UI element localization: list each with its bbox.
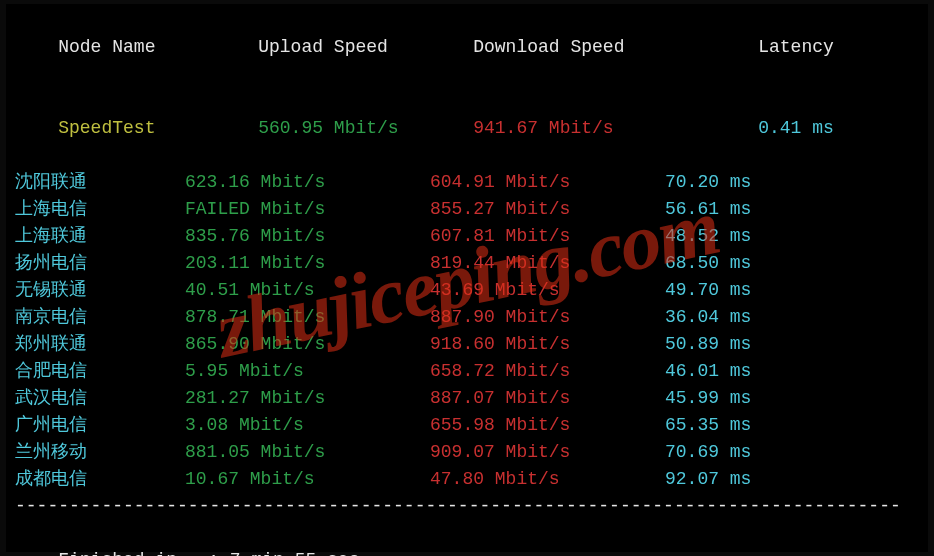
table-row: 成都电信10.67 Mbit/s47.80 Mbit/s92.07 ms: [15, 466, 919, 493]
finished-colon: :: [208, 550, 230, 556]
header-upload: Upload Speed: [228, 34, 473, 61]
upload-cell: 878.71 Mbit/s: [185, 304, 430, 331]
table-row: 无锡联通40.51 Mbit/s43.69 Mbit/s49.70 ms: [15, 277, 919, 304]
upload-cell: 881.05 Mbit/s: [185, 439, 430, 466]
latency-cell: 65.35 ms: [665, 412, 845, 439]
node-cell: 成都电信: [15, 466, 185, 493]
download-cell: 655.98 Mbit/s: [430, 412, 665, 439]
table-row: 合肥电信5.95 Mbit/s658.72 Mbit/s46.01 ms: [15, 358, 919, 385]
node-cell: 合肥电信: [15, 358, 185, 385]
speedtest-row: SpeedTest560.95 Mbit/s941.67 Mbit/s0.41 …: [15, 88, 919, 169]
node-cell: 广州电信: [15, 412, 185, 439]
terminal-window: Node NameUpload SpeedDownload SpeedLaten…: [6, 4, 928, 552]
table-row: 兰州移动881.05 Mbit/s909.07 Mbit/s70.69 ms: [15, 439, 919, 466]
node-cell: 上海电信: [15, 196, 185, 223]
header-download: Download Speed: [473, 34, 708, 61]
divider: ----------------------------------------…: [15, 493, 919, 520]
latency-cell: 56.61 ms: [665, 196, 845, 223]
node-cell: 兰州移动: [15, 439, 185, 466]
finished-label: Finished in: [58, 547, 208, 556]
download-cell: 918.60 Mbit/s: [430, 331, 665, 358]
upload-cell: 3.08 Mbit/s: [185, 412, 430, 439]
latency-cell: 49.70 ms: [665, 277, 845, 304]
table-row: 南京电信878.71 Mbit/s887.90 Mbit/s36.04 ms: [15, 304, 919, 331]
latency-cell: 92.07 ms: [665, 466, 845, 493]
finished-line: Finished in: 7 min 55 sec: [15, 520, 919, 556]
upload-cell: 203.11 Mbit/s: [185, 250, 430, 277]
download-cell: 855.27 Mbit/s: [430, 196, 665, 223]
table-row: 广州电信3.08 Mbit/s655.98 Mbit/s65.35 ms: [15, 412, 919, 439]
download-cell: 658.72 Mbit/s: [430, 358, 665, 385]
latency-cell: 50.89 ms: [665, 331, 845, 358]
download-cell: 887.90 Mbit/s: [430, 304, 665, 331]
node-cell: 武汉电信: [15, 385, 185, 412]
table-row: 上海电信FAILED Mbit/s855.27 Mbit/s56.61 ms: [15, 196, 919, 223]
download-cell: 887.07 Mbit/s: [430, 385, 665, 412]
header-node: Node Name: [58, 34, 228, 61]
speedtest-download: 941.67 Mbit/s: [473, 115, 708, 142]
header-latency: Latency: [708, 34, 888, 61]
upload-cell: 40.51 Mbit/s: [185, 277, 430, 304]
upload-cell: 865.90 Mbit/s: [185, 331, 430, 358]
latency-cell: 45.99 ms: [665, 385, 845, 412]
download-cell: 607.81 Mbit/s: [430, 223, 665, 250]
table-header: Node NameUpload SpeedDownload SpeedLaten…: [15, 7, 919, 88]
node-cell: 无锡联通: [15, 277, 185, 304]
download-cell: 604.91 Mbit/s: [430, 169, 665, 196]
latency-cell: 48.52 ms: [665, 223, 845, 250]
node-cell: 上海联通: [15, 223, 185, 250]
latency-cell: 70.20 ms: [665, 169, 845, 196]
latency-cell: 36.04 ms: [665, 304, 845, 331]
finished-value: 7 min 55 sec: [230, 550, 360, 556]
node-cell: 沈阳联通: [15, 169, 185, 196]
table-row: 上海联通835.76 Mbit/s607.81 Mbit/s48.52 ms: [15, 223, 919, 250]
upload-cell: 281.27 Mbit/s: [185, 385, 430, 412]
latency-cell: 70.69 ms: [665, 439, 845, 466]
upload-cell: 623.16 Mbit/s: [185, 169, 430, 196]
table-row: 扬州电信203.11 Mbit/s819.44 Mbit/s68.50 ms: [15, 250, 919, 277]
node-cell: 扬州电信: [15, 250, 185, 277]
latency-cell: 46.01 ms: [665, 358, 845, 385]
speedtest-upload: 560.95 Mbit/s: [228, 115, 473, 142]
table-row: 沈阳联通623.16 Mbit/s604.91 Mbit/s70.20 ms: [15, 169, 919, 196]
node-cell: 南京电信: [15, 304, 185, 331]
latency-cell: 68.50 ms: [665, 250, 845, 277]
download-cell: 909.07 Mbit/s: [430, 439, 665, 466]
upload-cell: 10.67 Mbit/s: [185, 466, 430, 493]
download-cell: 47.80 Mbit/s: [430, 466, 665, 493]
node-cell: 郑州联通: [15, 331, 185, 358]
speed-table-body: 沈阳联通623.16 Mbit/s604.91 Mbit/s70.20 ms上海…: [15, 169, 919, 493]
download-cell: 819.44 Mbit/s: [430, 250, 665, 277]
download-cell: 43.69 Mbit/s: [430, 277, 665, 304]
table-row: 武汉电信281.27 Mbit/s887.07 Mbit/s45.99 ms: [15, 385, 919, 412]
speedtest-latency: 0.41 ms: [708, 115, 888, 142]
upload-cell: 5.95 Mbit/s: [185, 358, 430, 385]
table-row: 郑州联通865.90 Mbit/s918.60 Mbit/s50.89 ms: [15, 331, 919, 358]
upload-cell: FAILED Mbit/s: [185, 196, 430, 223]
upload-cell: 835.76 Mbit/s: [185, 223, 430, 250]
speedtest-name: SpeedTest: [58, 115, 228, 142]
